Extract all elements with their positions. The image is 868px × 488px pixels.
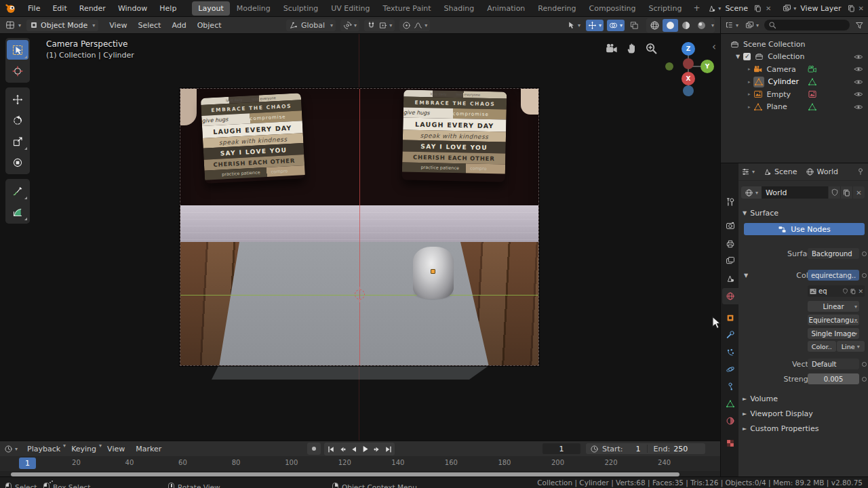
menu-render[interactable]: Render: [73, 1, 112, 16]
viewport-menu-object[interactable]: Object: [192, 18, 227, 33]
tool-transform-button[interactable]: [7, 152, 28, 172]
unlink-icon[interactable]: ✕: [852, 186, 865, 199]
source-dropdown[interactable]: Single Image▾: [808, 328, 859, 339]
visibility-eye-icon[interactable]: [854, 52, 863, 62]
proportional-editing-icon[interactable]: [402, 21, 411, 30]
scene-selector[interactable]: ▾ Scene ✕: [707, 3, 773, 14]
properties-tab-object[interactable]: [722, 310, 738, 326]
world-browse-button[interactable]: ▾: [741, 186, 762, 199]
tool-tweak-select-button[interactable]: [7, 40, 28, 60]
image-fake-user-icon[interactable]: [842, 288, 848, 294]
outliner-item-label[interactable]: Camera: [767, 65, 796, 74]
workspace-tab-layout[interactable]: Layout: [192, 1, 229, 16]
pan-hand-icon[interactable]: [625, 42, 638, 55]
projection-dropdown[interactable]: Equirectangu..▾: [808, 314, 859, 325]
panel-header-volume[interactable]: ►Volume: [738, 392, 868, 405]
outliner-search-input[interactable]: [764, 20, 850, 30]
show-gizmo-toggle[interactable]: ▾: [586, 20, 604, 31]
camera-view-icon[interactable]: [606, 42, 618, 55]
pin-icon[interactable]: [856, 167, 865, 176]
timeline-menu-view[interactable]: View: [102, 443, 130, 455]
start-frame-field[interactable]: 1: [636, 445, 641, 453]
axis-y-negative[interactable]: [683, 58, 694, 69]
surface-decorator-dot[interactable]: [862, 251, 867, 256]
use-nodes-button[interactable]: Use Nodes: [744, 223, 865, 235]
image-name[interactable]: eq: [818, 287, 841, 295]
properties-tab-view-layer[interactable]: [722, 253, 738, 269]
proportional-editing-controls[interactable]: ▾: [399, 20, 430, 31]
editor-type-3d-viewport-icon[interactable]: [4, 20, 16, 30]
image-icon[interactable]: [809, 287, 817, 296]
outliner-row-scene-collection[interactable]: Scene Collection: [721, 38, 868, 51]
axis-z-positive[interactable]: Z: [682, 42, 695, 56]
workspace-tab-scripting[interactable]: Scripting: [642, 1, 688, 16]
workspace-tab-shading[interactable]: Shading: [438, 1, 481, 16]
add-workspace-button[interactable]: +: [688, 2, 705, 14]
outliner-item-label[interactable]: Plane: [767, 102, 787, 111]
outliner-row-collection[interactable]: ▼✓Collection: [721, 51, 868, 64]
visibility-eye-icon[interactable]: [854, 77, 863, 87]
outliner-row-camera[interactable]: ▸Camera: [721, 63, 868, 76]
world-name-field[interactable]: World: [762, 186, 828, 199]
jump-start-button[interactable]: [325, 443, 336, 455]
scrollbar-thumb[interactable]: [11, 472, 679, 476]
outliner-row-cylinder[interactable]: ▸Cylinder: [721, 76, 868, 89]
collection-checkbox[interactable]: ✓: [743, 53, 751, 60]
view-layer-selector[interactable]: ▾ View Layer ✕: [783, 3, 865, 14]
shading-solid-button[interactable]: [663, 19, 678, 32]
workspace-tab-animation[interactable]: Animation: [481, 1, 531, 16]
expand-icon[interactable]: ▸: [748, 79, 751, 85]
visibility-eye-icon[interactable]: [854, 89, 863, 99]
falloff-curve-icon[interactable]: [414, 21, 422, 30]
strength-slider[interactable]: 0.005: [808, 373, 859, 384]
color-mode-button[interactable]: Color..: [808, 341, 836, 352]
properties-tab-world[interactable]: [722, 288, 738, 304]
strength-decorator-dot[interactable]: [862, 377, 867, 382]
shading-material-button[interactable]: [678, 19, 694, 32]
show-overlays-toggle[interactable]: ▾: [607, 20, 625, 31]
display-mode-icon[interactable]: [745, 21, 754, 30]
remove-view-layer-icon[interactable]: ✕: [857, 5, 865, 12]
outliner-row-plane[interactable]: ▸Plane: [721, 101, 868, 114]
3d-viewport[interactable]: Camera Perspective (1) Collection | Cyli…: [0, 34, 720, 441]
axis-x-negative[interactable]: [665, 62, 673, 70]
tool-cursor-button[interactable]: [7, 61, 28, 81]
editor-type-timeline-icon[interactable]: [4, 445, 13, 453]
color-texture-button[interactable]: equirectang..: [808, 270, 859, 281]
vector-dropdown[interactable]: Default: [808, 359, 859, 369]
workspace-tab-modeling[interactable]: Modeling: [231, 1, 277, 16]
tool-measure-button[interactable]: [7, 202, 28, 222]
end-frame-field[interactable]: 250: [673, 445, 688, 453]
color-decorator-dot[interactable]: [862, 273, 867, 278]
expand-icon[interactable]: ▸: [748, 66, 751, 72]
shading-rendered-button[interactable]: [694, 19, 709, 32]
mode-dropdown[interactable]: Object Mode ▾: [26, 20, 98, 31]
workspace-tab-uv-editing[interactable]: UV Editing: [325, 1, 376, 16]
navigation-axis-gizmo[interactable]: ZYX: [660, 38, 717, 103]
filter-funnel-icon[interactable]: [855, 21, 864, 30]
panel-header-viewport-display[interactable]: ►Viewport Display: [738, 407, 868, 420]
properties-tab-constraints[interactable]: [722, 378, 738, 394]
editor-type-properties-icon[interactable]: [741, 167, 750, 176]
collection-expand-icon[interactable]: ▼: [736, 54, 740, 60]
properties-tab-object-data[interactable]: [722, 396, 738, 412]
jump-end-button[interactable]: [382, 443, 394, 455]
transform-orientation-dropdown[interactable]: Global ▾: [286, 20, 336, 31]
image-copy-icon[interactable]: [850, 288, 856, 295]
timeline-menu-keying[interactable]: Keying: [66, 443, 102, 455]
axis-z-negative[interactable]: [683, 85, 694, 96]
viewport-menu-add[interactable]: Add: [166, 18, 191, 33]
breadcrumb-scene[interactable]: Scene: [760, 167, 797, 176]
image-unlink-icon[interactable]: ✕: [858, 288, 863, 295]
timeline-menu-playback[interactable]: Playback: [22, 443, 66, 455]
snap-target-icon[interactable]: [378, 21, 387, 30]
outliner-item-label[interactable]: Cylinder: [768, 77, 800, 86]
properties-tab-output[interactable]: [722, 236, 738, 252]
menu-help[interactable]: Help: [153, 1, 182, 16]
xray-toggle[interactable]: [628, 20, 641, 31]
expand-icon[interactable]: ▸: [748, 104, 751, 110]
viewport-menu-view[interactable]: View: [104, 18, 132, 33]
camera-view[interactable]: love dailylove everyoneEMBRACE THE CHAOS…: [180, 88, 539, 366]
editor-type-outliner-icon[interactable]: [725, 21, 734, 30]
blender-logo-icon[interactable]: [5, 3, 16, 14]
